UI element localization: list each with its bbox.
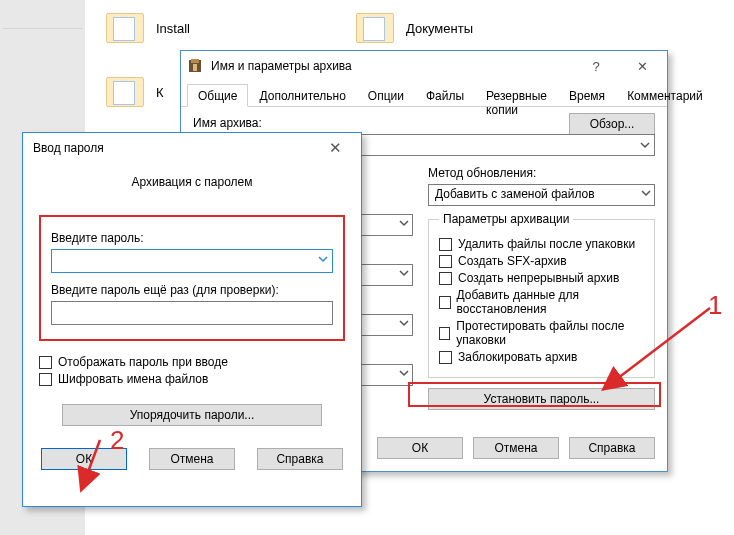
annotation-number-2: 2 [110, 425, 124, 456]
checkbox-icon [439, 351, 452, 364]
browse-button[interactable]: Обзор... [569, 113, 655, 135]
check-lock[interactable]: Заблокировать архив [439, 350, 644, 364]
dialog-title: Имя и параметры архива [211, 59, 569, 73]
password-input[interactable] [51, 249, 333, 273]
checkbox-icon [39, 373, 52, 386]
subtitle: Архивация с паролем [23, 163, 361, 195]
folder-icon [106, 13, 144, 43]
update-select[interactable]: Добавить с заменой файлов [428, 184, 655, 206]
folder-icon [356, 13, 394, 43]
help-button[interactable]: ? [577, 56, 615, 76]
tab-files[interactable]: Файлы [415, 84, 475, 107]
cancel-button[interactable]: Отмена [473, 437, 559, 459]
chevron-down-icon [399, 267, 409, 281]
folder-icon [106, 77, 144, 107]
folder-item[interactable]: Документы [350, 6, 560, 50]
tabs: Общие Дополнительно Опции Файлы Резервны… [181, 83, 667, 107]
checkbox-icon [39, 356, 52, 369]
annotation-number-1: 1 [708, 290, 722, 321]
check-solid[interactable]: Создать непрерывный архив [439, 271, 644, 285]
chevron-down-icon [641, 187, 651, 201]
params-fieldset: Параметры архивации Удалить файлы после … [428, 212, 655, 378]
enter-password-label: Введите пароль: [51, 231, 333, 245]
checkbox-icon [439, 238, 452, 251]
set-password-button[interactable]: Установить пароль... [428, 388, 655, 410]
dialog-buttons: ОК Отмена Справка [377, 437, 655, 459]
tab-comment[interactable]: Комментарий [616, 84, 714, 107]
params-legend: Параметры архивации [439, 212, 573, 226]
chevron-down-icon [399, 317, 409, 331]
check-test[interactable]: Протестировать файлы после упаковки [439, 319, 644, 347]
chevron-down-icon [636, 135, 654, 155]
tab-time[interactable]: Время [558, 84, 616, 107]
folder-item[interactable]: Install [100, 6, 310, 50]
folder-name: Документы [406, 21, 473, 36]
help-button[interactable]: Справка [569, 437, 655, 459]
update-label: Метод обновления: [428, 166, 655, 180]
password-confirm-input[interactable] [51, 301, 333, 325]
dialog-buttons: ОК Отмена Справка [39, 448, 345, 470]
check-recovery[interactable]: Добавить данные для восстановления [439, 288, 644, 316]
update-value: Добавить с заменой файлов [435, 187, 595, 201]
titlebar[interactable]: Имя и параметры архива ? ✕ [181, 51, 667, 81]
reenter-password-label: Введите пароль ещё раз (для проверки): [51, 283, 333, 297]
tab-backup[interactable]: Резервные копии [475, 84, 558, 107]
chevron-down-icon [399, 367, 409, 381]
ok-button[interactable]: ОК [377, 437, 463, 459]
tab-advanced[interactable]: Дополнительно [248, 84, 356, 107]
chevron-down-icon [318, 253, 328, 267]
password-dialog: Ввод пароля ✕ Архивация с паролем Введит… [22, 132, 362, 507]
tab-options[interactable]: Опции [357, 84, 415, 107]
tab-general[interactable]: Общие [187, 84, 248, 107]
checkbox-icon [439, 327, 450, 340]
close-button[interactable]: ✕ [623, 56, 661, 76]
svg-rect-1 [191, 59, 199, 63]
check-delete-after[interactable]: Удалить файлы после упаковки [439, 237, 644, 251]
divider [3, 28, 82, 29]
check-encrypt-names[interactable]: Шифровать имена файлов [39, 372, 345, 386]
titlebar[interactable]: Ввод пароля ✕ [23, 133, 361, 163]
checkbox-icon [439, 255, 452, 268]
check-sfx[interactable]: Создать SFX-архив [439, 254, 644, 268]
password-fields-highlight: Введите пароль: Введите пароль ещё раз (… [39, 215, 345, 341]
app-icon [187, 58, 203, 74]
organize-passwords-button[interactable]: Упорядочить пароли... [62, 404, 322, 426]
checkbox-icon [439, 296, 451, 309]
check-show-password[interactable]: Отображать пароль при вводе [39, 355, 345, 369]
folder-name: К [156, 85, 164, 100]
cancel-button[interactable]: Отмена [149, 448, 235, 470]
folder-name: Install [156, 21, 190, 36]
checkbox-icon [439, 272, 452, 285]
close-button[interactable]: ✕ [315, 138, 355, 158]
help-button[interactable]: Справка [257, 448, 343, 470]
chevron-down-icon [399, 217, 409, 231]
svg-rect-2 [193, 64, 197, 71]
dialog-title: Ввод пароля [29, 141, 307, 155]
